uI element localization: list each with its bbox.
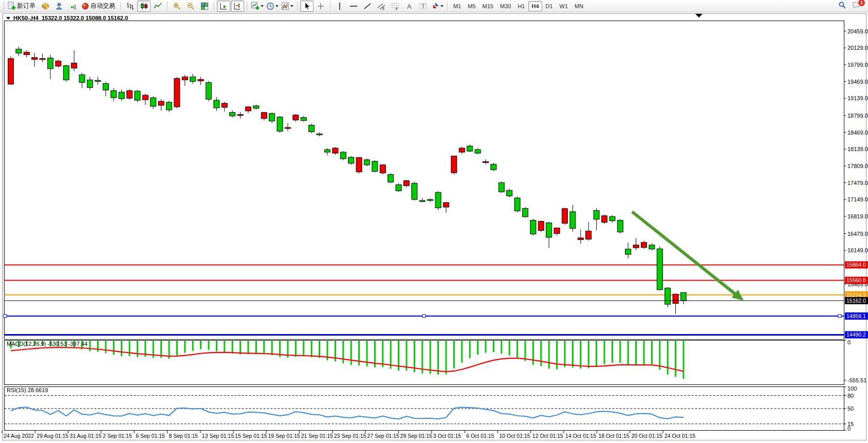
candle-body (633, 245, 639, 248)
candle-body (364, 160, 370, 165)
candle-body (602, 216, 607, 223)
line-selection-handle[interactable] (838, 315, 841, 318)
chart-canvas[interactable]: 20459.020129.019799.019469.019139.018799… (0, 12, 868, 443)
channel-button[interactable]: E (375, 1, 388, 12)
new-chart-button[interactable] (250, 1, 265, 12)
chart-window: 20459.020129.019799.019469.019139.018799… (0, 12, 868, 443)
time-axis-label: 12 Oct 01:15 (532, 433, 563, 439)
price-level-tag-text: 15560.8 (846, 277, 866, 283)
time-axis-label: 24 Aug 2022 (4, 433, 34, 439)
timeframe-button-w1[interactable]: W1 (557, 1, 571, 11)
candle-body (24, 52, 29, 54)
new-order-button[interactable]: 新订单 (6, 1, 38, 12)
zoom-out-button[interactable] (184, 1, 197, 12)
macd-axis-label: -555.51 (847, 377, 866, 383)
dropdown-caret-icon[interactable] (290, 5, 293, 7)
trendline-button[interactable] (361, 1, 374, 12)
bar-chart-button[interactable] (123, 1, 137, 12)
macd-axis-label: 0 (847, 339, 851, 345)
timeframe-button-m15[interactable]: M15 (479, 1, 496, 11)
time-axis-label: 8 Sep 01:15 (169, 433, 198, 439)
label-button[interactable]: T (416, 1, 430, 12)
candle-body (293, 115, 299, 120)
dropdown-caret-icon[interactable] (275, 5, 279, 7)
cursor-button[interactable] (300, 1, 313, 12)
zoom-out-icon (187, 2, 195, 10)
line-chart-button[interactable] (151, 1, 164, 12)
candlestick-chart-button[interactable] (137, 1, 151, 12)
timeframe-button-h4[interactable]: H4 (528, 1, 542, 11)
toolbar-separator (330, 2, 330, 10)
cross-icon (317, 2, 325, 10)
candle-body (340, 152, 346, 159)
ledger-button[interactable] (39, 1, 52, 12)
collapse-icon[interactable] (6, 17, 10, 20)
line-selection-handle[interactable] (422, 315, 426, 318)
time-axis-label: 14 Oct 01:15 (565, 433, 596, 439)
candle-body (641, 243, 647, 248)
candle-body (151, 98, 156, 106)
vline-button[interactable] (333, 1, 346, 12)
candle-body (127, 90, 133, 98)
timeframe-button-mn[interactable]: MN (571, 1, 586, 11)
candles-icon (140, 2, 148, 10)
toolbar-separator (447, 2, 448, 10)
candle-body (523, 208, 528, 216)
indicators-button[interactable] (280, 1, 294, 12)
tile-windows-button[interactable] (198, 1, 211, 12)
dropdown-caret-icon[interactable] (261, 5, 264, 7)
timeframe-button-d1[interactable]: D1 (543, 1, 556, 11)
signal-button[interactable] (66, 1, 80, 12)
time-axis-label: 27 Sep 01:15 (367, 433, 399, 439)
price-axis-label: 16819.0 (847, 213, 868, 219)
profile-button[interactable] (52, 1, 66, 12)
time-axis-label: 13 Sep 01:15 (202, 433, 234, 439)
candle-body (48, 58, 53, 69)
chart-shift-button[interactable] (231, 1, 244, 12)
arrows-button[interactable] (430, 1, 445, 12)
zoom-in-button[interactable] (170, 1, 183, 12)
person-icon (55, 2, 63, 10)
fibonacci-button[interactable]: F (389, 1, 402, 12)
timeframe-button-m30[interactable]: M30 (497, 1, 514, 11)
crosshair-button[interactable] (314, 1, 327, 12)
candle-body (435, 192, 441, 208)
price-axis-label: 20129.0 (847, 45, 868, 51)
search-button[interactable] (836, 1, 849, 12)
auto-trading-button[interactable]: 自动交易 (80, 1, 118, 12)
svg-text:F: F (396, 7, 398, 10)
toolbar-grip[interactable] (3, 2, 5, 10)
candle-body (269, 114, 275, 121)
line-selection-handle[interactable] (4, 315, 7, 318)
price-axis-label: 16479.0 (847, 231, 868, 237)
price-axis-label: 18799.0 (847, 113, 868, 119)
svg-text:T: T (421, 3, 425, 9)
price-axis-label: 18139.0 (847, 146, 868, 152)
timeframe-button-m1[interactable]: M1 (450, 1, 464, 11)
line-icon (154, 2, 162, 10)
cursor-icon (303, 2, 311, 10)
candle-body (546, 223, 552, 237)
auto-scroll-button[interactable] (217, 1, 230, 12)
notifications-button[interactable]: 1 (849, 1, 863, 12)
time-axis-label: 3 Oct 01:15 (433, 433, 461, 439)
timeframe-button-h1[interactable]: H1 (514, 1, 528, 11)
timeframe-button-m5[interactable]: M5 (465, 1, 478, 11)
chart-symbol-period: HK50-,H4 (13, 15, 39, 21)
candle-body (514, 198, 520, 211)
candle-body (103, 83, 108, 90)
time-axis-label: 15 Sep 01:15 (235, 433, 267, 439)
hline-button[interactable] (347, 1, 360, 12)
candle-body (40, 59, 45, 60)
text-button[interactable]: A (402, 1, 416, 12)
candle-body (79, 75, 85, 83)
candle-body (56, 61, 61, 66)
price-axis-label: 17809.0 (847, 163, 868, 169)
period-button[interactable] (265, 1, 280, 12)
dropdown-caret-icon[interactable] (440, 5, 444, 7)
candle-body (419, 200, 425, 201)
price-level-tag-text: 15864.0 (846, 262, 866, 268)
arrows-icon (431, 2, 439, 10)
bars-icon (126, 2, 134, 10)
fibo-icon: F (391, 2, 399, 10)
